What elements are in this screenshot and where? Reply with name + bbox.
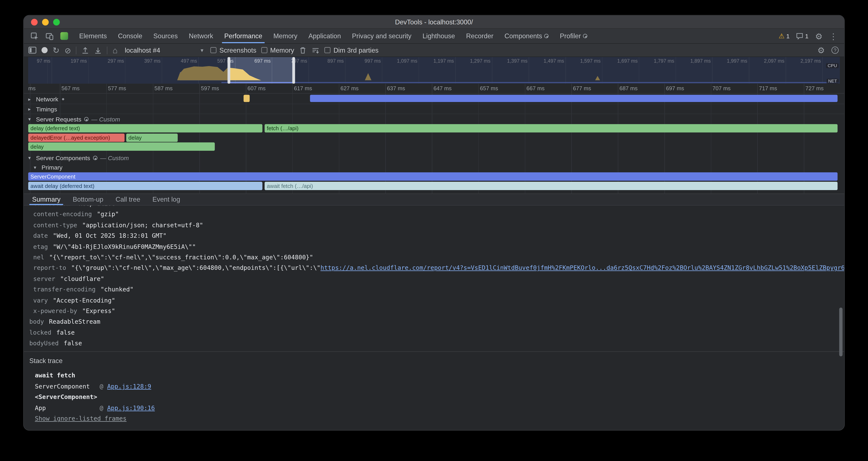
memory-checkbox[interactable]: Memory	[261, 46, 294, 54]
tab-profiler[interactable]: Profiler	[554, 29, 593, 43]
tab-event-log[interactable]: Event log	[147, 194, 185, 205]
disclosure-triangle-icon[interactable]: ▸	[28, 96, 33, 102]
track-label: Server Requests	[36, 116, 81, 122]
close-button[interactable]	[31, 19, 38, 25]
stack-function-name: App	[35, 403, 99, 414]
span-await-fetch[interactable]: await fetch (…/api)	[265, 182, 838, 190]
device-toolbar-icon[interactable]	[45, 32, 54, 40]
tab-application[interactable]: Application	[303, 29, 346, 43]
issues-count: 1	[805, 33, 809, 39]
header-row: etag"W/\"4b1-RjEJloX9kRinu6F0MAZMmy6E5iA…	[24, 241, 844, 252]
stack-trace: await fetch ServerComponent@App.js:128:9…	[24, 371, 844, 414]
overview-strip[interactable]: 97 ms 197 ms 297 ms 397 ms 497 ms 597 ms…	[28, 57, 840, 84]
tab-summary[interactable]: Summary	[27, 194, 66, 205]
track-server-requests-header[interactable]: ▾ Server Requests — Custom	[24, 115, 844, 123]
track-group-primary[interactable]: ▾ Primary	[24, 163, 844, 171]
checkbox-label: Memory	[270, 46, 294, 54]
extension-icon[interactable]	[60, 32, 68, 40]
tab-elements[interactable]: Elements	[74, 29, 113, 43]
tab-console[interactable]: Console	[112, 29, 148, 43]
header-value: "W/\"4b1-RjEJloX9kRinu6F0MAZMmy6E5iA\""	[53, 243, 196, 250]
screenshots-checkbox[interactable]: Screenshots	[211, 46, 256, 54]
tab-label: Network	[189, 32, 213, 40]
network-request-bar[interactable]	[310, 95, 837, 102]
ruler-label: 607 ms	[248, 85, 266, 91]
source-location-link[interactable]: App.js:190:16	[107, 403, 155, 414]
tab-lighthouse[interactable]: Lighthouse	[417, 29, 461, 43]
settings-gear-icon[interactable]: ⚙	[815, 32, 823, 40]
issues-badge[interactable]: 1	[796, 32, 808, 40]
span-await-delay[interactable]: await delay (deferred text)	[28, 182, 262, 190]
tab-bottom-up[interactable]: Bottom-up	[68, 194, 108, 205]
track-timings[interactable]: ▸ Timings	[24, 104, 844, 114]
track-label: Timings	[36, 106, 57, 112]
zoom-button[interactable]	[53, 19, 60, 25]
tab-label: Console	[118, 32, 142, 40]
tab-call-tree[interactable]: Call tree	[111, 194, 145, 205]
performance-toolbar: ↻ ⊘ ⌂ localhost #4 ▾ Screenshots Memory …	[24, 44, 844, 57]
tab-sources[interactable]: Sources	[148, 29, 183, 43]
titlebar[interactable]: DevTools - localhost:3000/	[24, 16, 844, 29]
span-server-component[interactable]: ServerComponent	[28, 172, 837, 181]
span-delay[interactable]: delay	[126, 134, 178, 142]
collect-garbage-icon[interactable]	[299, 46, 307, 54]
stack-at: @	[100, 381, 103, 392]
minimize-button[interactable]	[42, 19, 49, 25]
disclosure-triangle-icon[interactable]: ▾	[28, 116, 33, 122]
header-name: date	[33, 232, 48, 239]
tab-components[interactable]: Components	[499, 29, 554, 43]
span-fetch-api[interactable]: fetch (…/api)	[265, 124, 838, 133]
header-name: nel	[33, 254, 44, 261]
record-button[interactable]	[41, 47, 48, 53]
capture-settings-gear-icon[interactable]: ⚙	[817, 46, 825, 54]
help-icon[interactable]: ?	[832, 47, 839, 54]
save-profile-icon[interactable]	[94, 46, 102, 54]
network-throttle-icon[interactable]	[312, 46, 319, 54]
disclosure-triangle-icon[interactable]: ▸	[28, 106, 33, 112]
tab-label: Summary	[32, 196, 60, 203]
clear-icon[interactable]: ⊘	[64, 46, 71, 54]
dim-3rd-parties-checkbox[interactable]: Dim 3rd parties	[324, 46, 378, 54]
separator	[107, 46, 107, 54]
span-delayed-error[interactable]: delayedError (…ayed exception)	[28, 134, 125, 142]
ruler-label: 597 ms	[201, 85, 219, 91]
disclosure-triangle-icon[interactable]: ▾	[34, 164, 39, 170]
disclosure-triangle-icon[interactable]: ▾	[28, 155, 33, 161]
network-request-bar[interactable]	[244, 95, 250, 102]
inspect-icon[interactable]	[31, 32, 39, 40]
track-config-dot[interactable]	[62, 98, 64, 100]
devtools-window: DevTools - localhost:3000/ Elements Cons…	[24, 16, 844, 430]
timeline-ruler[interactable]: ms 567 ms 577 ms 587 ms 597 ms 607 ms 61…	[24, 84, 844, 94]
timeline-tracks: ▸ Network ▸ Timings ▾ Server Requests — …	[24, 94, 844, 194]
kebab-menu-icon[interactable]: ⋮	[829, 32, 838, 40]
warnings-badge[interactable]: ⚠1	[778, 32, 789, 40]
tab-performance[interactable]: Performance	[219, 29, 268, 43]
tab-recorder[interactable]: Recorder	[461, 29, 499, 43]
show-ignore-listed-frames-link[interactable]: Show ignore-listed frames	[35, 415, 126, 423]
chevron-down-icon: ▾	[200, 48, 203, 53]
overview-selection-window[interactable]	[228, 57, 293, 84]
toggle-sidebar-icon[interactable]	[28, 47, 36, 54]
tab-network[interactable]: Network	[183, 29, 219, 43]
summary-pane[interactable]: connection"keep-alive" content-encoding"…	[24, 206, 844, 430]
summary-scrollbar-thumb[interactable]	[839, 308, 843, 356]
load-profile-icon[interactable]	[82, 46, 89, 54]
span-delay-deferred-text[interactable]: delay (deferred text)	[28, 124, 262, 133]
track-server-components-header[interactable]: ▾ Server Components — Custom	[24, 153, 844, 162]
live-metrics-home-icon[interactable]: ⌂	[113, 46, 118, 54]
ruler-label: 627 ms	[340, 85, 359, 91]
header-name: report-to	[33, 264, 66, 272]
selection-handle-left[interactable]	[227, 57, 230, 84]
source-location-link[interactable]: App.js:128:9	[107, 381, 151, 392]
history-dropdown[interactable]: localhost #4 ▾	[123, 46, 206, 54]
reload-record-icon[interactable]: ↻	[53, 46, 60, 54]
tab-privacy-and-security[interactable]: Privacy and security	[346, 29, 417, 43]
report-url-link[interactable]: https://a.nel.cloudflare.com/report/v4?s…	[320, 264, 844, 272]
selection-handle-right[interactable]	[292, 57, 295, 84]
ruler-label: 677 ms	[573, 85, 591, 91]
warning-count: 1	[786, 33, 789, 39]
track-label: Server Components	[36, 154, 90, 161]
span-delay[interactable]: delay	[28, 142, 215, 151]
tab-memory[interactable]: Memory	[268, 29, 303, 43]
header-row: content-type"application/json; charset=u…	[24, 220, 844, 231]
